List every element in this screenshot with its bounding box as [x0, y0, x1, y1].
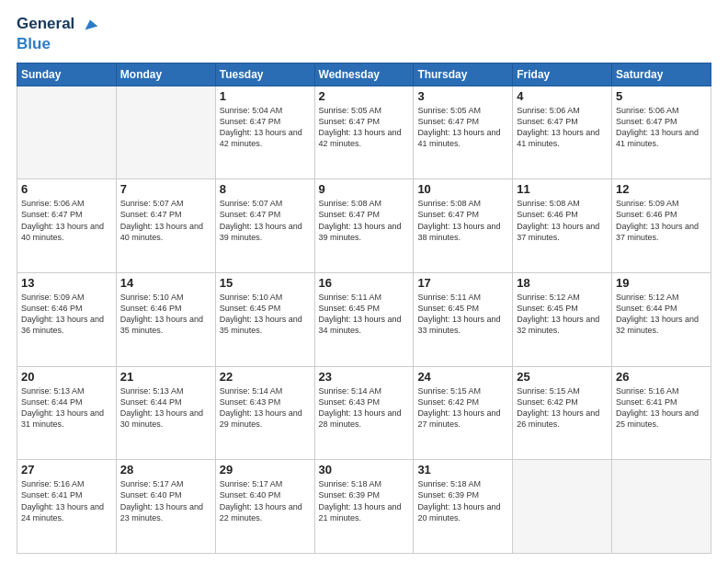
weekday-cell: Thursday: [414, 63, 513, 86]
calendar-cell: 9Sunrise: 5:08 AM Sunset: 6:47 PM Daylig…: [314, 179, 414, 273]
calendar-body: 1Sunrise: 5:04 AM Sunset: 6:47 PM Daylig…: [17, 86, 711, 553]
day-number: 24: [417, 370, 508, 384]
calendar-cell: 2Sunrise: 5:05 AM Sunset: 6:47 PM Daylig…: [314, 86, 414, 179]
calendar-cell: 23Sunrise: 5:14 AM Sunset: 6:43 PM Dayli…: [314, 366, 414, 460]
day-info: Sunrise: 5:10 AM Sunset: 6:46 PM Dayligh…: [120, 292, 211, 337]
day-number: 18: [517, 276, 608, 290]
day-info: Sunrise: 5:04 AM Sunset: 6:47 PM Dayligh…: [220, 105, 311, 150]
day-number: 5: [616, 89, 707, 103]
day-number: 14: [120, 276, 211, 290]
day-number: 1: [220, 89, 311, 103]
calendar-cell: 21Sunrise: 5:13 AM Sunset: 6:44 PM Dayli…: [116, 366, 215, 460]
calendar-cell: [17, 86, 117, 179]
calendar-cell: 13Sunrise: 5:09 AM Sunset: 6:46 PM Dayli…: [17, 272, 117, 366]
calendar-cell: 1Sunrise: 5:04 AM Sunset: 6:47 PM Daylig…: [215, 86, 314, 179]
calendar-cell: 27Sunrise: 5:16 AM Sunset: 6:41 PM Dayli…: [17, 460, 117, 554]
calendar-week-row: 1Sunrise: 5:04 AM Sunset: 6:47 PM Daylig…: [17, 86, 711, 179]
weekday-cell: Saturday: [612, 63, 711, 86]
calendar-cell: 29Sunrise: 5:17 AM Sunset: 6:40 PM Dayli…: [215, 460, 314, 554]
day-number: 23: [319, 370, 410, 384]
calendar-week-row: 27Sunrise: 5:16 AM Sunset: 6:41 PM Dayli…: [17, 460, 711, 554]
day-number: 11: [517, 182, 608, 196]
calendar-cell: [116, 86, 215, 179]
weekday-cell: Sunday: [17, 63, 117, 86]
day-info: Sunrise: 5:07 AM Sunset: 6:47 PM Dayligh…: [120, 198, 211, 243]
weekday-cell: Friday: [513, 63, 612, 86]
day-number: 28: [120, 463, 211, 477]
day-info: Sunrise: 5:15 AM Sunset: 6:42 PM Dayligh…: [417, 385, 508, 431]
calendar-cell: 26Sunrise: 5:16 AM Sunset: 6:41 PM Dayli…: [612, 366, 711, 460]
calendar-week-row: 13Sunrise: 5:09 AM Sunset: 6:46 PM Dayli…: [17, 272, 711, 366]
day-number: 4: [517, 89, 608, 103]
day-number: 17: [417, 276, 508, 290]
day-info: Sunrise: 5:06 AM Sunset: 6:47 PM Dayligh…: [21, 198, 112, 243]
calendar-cell: 28Sunrise: 5:17 AM Sunset: 6:40 PM Dayli…: [116, 460, 215, 554]
calendar-cell: 6Sunrise: 5:06 AM Sunset: 6:47 PM Daylig…: [17, 179, 117, 273]
day-number: 3: [417, 89, 508, 103]
day-info: Sunrise: 5:13 AM Sunset: 6:44 PM Dayligh…: [120, 385, 211, 431]
day-number: 20: [21, 370, 112, 384]
logo-text: General: [17, 15, 100, 35]
calendar-cell: 7Sunrise: 5:07 AM Sunset: 6:47 PM Daylig…: [116, 179, 215, 273]
calendar-week-row: 20Sunrise: 5:13 AM Sunset: 6:44 PM Dayli…: [17, 366, 711, 460]
calendar-table: SundayMondayTuesdayWednesdayThursdayFrid…: [17, 63, 711, 554]
day-info: Sunrise: 5:16 AM Sunset: 6:41 PM Dayligh…: [21, 478, 112, 523]
header: General Blue: [17, 15, 711, 53]
day-number: 29: [220, 463, 311, 477]
day-number: 10: [417, 182, 508, 196]
weekday-header-row: SundayMondayTuesdayWednesdayThursdayFrid…: [17, 63, 711, 86]
day-number: 22: [220, 370, 311, 384]
day-number: 26: [616, 370, 707, 384]
day-number: 30: [319, 463, 410, 477]
calendar-cell: 24Sunrise: 5:15 AM Sunset: 6:42 PM Dayli…: [414, 366, 513, 460]
day-info: Sunrise: 5:05 AM Sunset: 6:47 PM Dayligh…: [319, 105, 410, 150]
day-info: Sunrise: 5:18 AM Sunset: 6:39 PM Dayligh…: [417, 478, 508, 523]
day-info: Sunrise: 5:10 AM Sunset: 6:45 PM Dayligh…: [220, 292, 311, 337]
day-info: Sunrise: 5:15 AM Sunset: 6:42 PM Dayligh…: [517, 385, 608, 431]
calendar-cell: 20Sunrise: 5:13 AM Sunset: 6:44 PM Dayli…: [17, 366, 117, 460]
day-info: Sunrise: 5:16 AM Sunset: 6:41 PM Dayligh…: [616, 385, 707, 431]
calendar-week-row: 6Sunrise: 5:06 AM Sunset: 6:47 PM Daylig…: [17, 179, 711, 273]
calendar-cell: 10Sunrise: 5:08 AM Sunset: 6:47 PM Dayli…: [414, 179, 513, 273]
calendar-cell: 14Sunrise: 5:10 AM Sunset: 6:46 PM Dayli…: [116, 272, 215, 366]
day-info: Sunrise: 5:17 AM Sunset: 6:40 PM Dayligh…: [120, 478, 211, 523]
day-number: 25: [517, 370, 608, 384]
day-number: 9: [319, 182, 410, 196]
page: General Blue SundayMondayTuesdayWednesda…: [0, 0, 728, 563]
day-info: Sunrise: 5:12 AM Sunset: 6:45 PM Dayligh…: [517, 292, 608, 337]
day-info: Sunrise: 5:18 AM Sunset: 6:39 PM Dayligh…: [319, 478, 410, 523]
calendar-cell: 18Sunrise: 5:12 AM Sunset: 6:45 PM Dayli…: [513, 272, 612, 366]
day-info: Sunrise: 5:14 AM Sunset: 6:43 PM Dayligh…: [319, 385, 410, 431]
day-number: 8: [220, 182, 311, 196]
day-info: Sunrise: 5:17 AM Sunset: 6:40 PM Dayligh…: [220, 478, 311, 523]
weekday-cell: Monday: [116, 63, 215, 86]
day-info: Sunrise: 5:08 AM Sunset: 6:47 PM Dayligh…: [319, 198, 410, 243]
calendar-cell: 19Sunrise: 5:12 AM Sunset: 6:44 PM Dayli…: [612, 272, 711, 366]
day-info: Sunrise: 5:09 AM Sunset: 6:46 PM Dayligh…: [21, 292, 112, 337]
day-info: Sunrise: 5:11 AM Sunset: 6:45 PM Dayligh…: [319, 292, 410, 337]
day-info: Sunrise: 5:08 AM Sunset: 6:47 PM Dayligh…: [417, 198, 508, 243]
calendar-cell: 5Sunrise: 5:06 AM Sunset: 6:47 PM Daylig…: [612, 86, 711, 179]
day-info: Sunrise: 5:06 AM Sunset: 6:47 PM Dayligh…: [616, 105, 707, 150]
calendar-cell: 11Sunrise: 5:08 AM Sunset: 6:46 PM Dayli…: [513, 179, 612, 273]
day-info: Sunrise: 5:12 AM Sunset: 6:44 PM Dayligh…: [616, 292, 707, 337]
day-number: 31: [417, 463, 508, 477]
day-info: Sunrise: 5:11 AM Sunset: 6:45 PM Dayligh…: [417, 292, 508, 337]
svg-marker-0: [85, 20, 98, 30]
day-info: Sunrise: 5:14 AM Sunset: 6:43 PM Dayligh…: [220, 385, 311, 431]
calendar-cell: 17Sunrise: 5:11 AM Sunset: 6:45 PM Dayli…: [414, 272, 513, 366]
calendar-cell: [513, 460, 612, 554]
logo-blue: Blue: [17, 35, 100, 53]
day-info: Sunrise: 5:05 AM Sunset: 6:47 PM Dayligh…: [417, 105, 508, 150]
calendar-cell: 30Sunrise: 5:18 AM Sunset: 6:39 PM Dayli…: [314, 460, 414, 554]
calendar-cell: 3Sunrise: 5:05 AM Sunset: 6:47 PM Daylig…: [414, 86, 513, 179]
day-number: 21: [120, 370, 211, 384]
day-number: 19: [616, 276, 707, 290]
day-number: 27: [21, 463, 112, 477]
calendar-cell: 31Sunrise: 5:18 AM Sunset: 6:39 PM Dayli…: [414, 460, 513, 554]
day-number: 16: [319, 276, 410, 290]
weekday-cell: Tuesday: [215, 63, 314, 86]
calendar-cell: 4Sunrise: 5:06 AM Sunset: 6:47 PM Daylig…: [513, 86, 612, 179]
calendar-cell: 15Sunrise: 5:10 AM Sunset: 6:45 PM Dayli…: [215, 272, 314, 366]
day-info: Sunrise: 5:13 AM Sunset: 6:44 PM Dayligh…: [21, 385, 112, 431]
